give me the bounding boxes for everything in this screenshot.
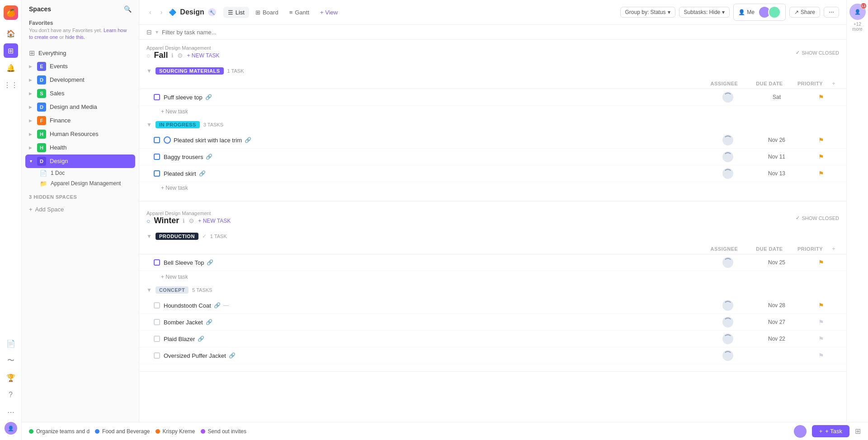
sidebar-item-everything[interactable]: ⊞ Everything	[25, 47, 135, 60]
pleated-lace-link[interactable]: 🔗	[245, 137, 251, 143]
concept-toggle[interactable]: ▼	[146, 287, 152, 293]
puff-checkbox[interactable]	[154, 94, 160, 100]
winter-toggle[interactable]: ○	[146, 217, 150, 225]
sourcing-toggle[interactable]: ▼	[146, 68, 152, 74]
sidebar-item-events-label: Events	[50, 63, 132, 70]
bomber-avatar	[722, 317, 733, 328]
group-by-button[interactable]: Group by: Status ▾	[620, 7, 675, 18]
me-button[interactable]: 👤 Me	[733, 4, 786, 21]
more-button[interactable]: ⋯	[824, 7, 839, 18]
sidebar-item-sales[interactable]: ▶ S Sales	[25, 87, 135, 100]
nav-home[interactable]: 🏠	[4, 26, 18, 41]
sidebar-item-development[interactable]: ▶ D Development	[25, 73, 135, 87]
sidebar-item-finance-label: Finance	[50, 117, 132, 124]
favorites-hide-link[interactable]: hide this.	[65, 34, 85, 40]
nav-notifications[interactable]: 🔔	[4, 61, 18, 75]
group-by-chevron: ▾	[668, 9, 670, 15]
plaid-checkbox[interactable]	[154, 336, 160, 342]
tab-list[interactable]: ☰ List	[223, 7, 249, 18]
tab-add-view[interactable]: + View	[316, 7, 342, 18]
right-avatar[interactable]: 👤 13	[849, 4, 866, 20]
favorites-description: You don't have any Favorites yet. Learn …	[29, 27, 132, 41]
pleated-flag: ⚑	[818, 170, 824, 177]
fin-icon: F	[37, 116, 46, 125]
pleated-link[interactable]: 🔗	[199, 170, 206, 177]
oversized-checkbox[interactable]	[154, 352, 160, 359]
spaces-search-icon[interactable]: 🔍	[124, 5, 132, 13]
nav-grid[interactable]: ⋮⋮	[4, 78, 18, 92]
puff-link-icon[interactable]: 🔗	[205, 94, 212, 100]
inprogress-new-task[interactable]: + New task	[139, 182, 846, 194]
fall-show-closed[interactable]: ✓ SHOW CLOSED	[796, 50, 839, 56]
sidebar-item-events[interactable]: ▶ E Events	[25, 60, 135, 73]
fall-settings-icon[interactable]: ⚙	[177, 52, 183, 59]
spaces-title: Spaces	[29, 5, 51, 13]
sidebar-item-design-media[interactable]: ▶ D Design and Media	[25, 100, 135, 114]
nav-help[interactable]: ?	[4, 388, 18, 402]
user-avatar-sidebar[interactable]: 👤	[5, 422, 17, 435]
task-bell-sleeve[interactable]: Bell Sleeve Top 🔗 Nov 25 ⚑	[139, 254, 846, 271]
bomber-link[interactable]: 🔗	[206, 319, 212, 325]
sidebar-item-health[interactable]: ▶ H Health	[25, 141, 135, 154]
sourcing-new-task[interactable]: + New task	[139, 106, 846, 117]
filter-arrow: ▾	[156, 29, 158, 35]
nav-more[interactable]: ⋯	[4, 405, 18, 419]
nav-pulse[interactable]: 〜	[4, 353, 18, 368]
production-new-task[interactable]: + New task	[139, 271, 846, 283]
plaid-link[interactable]: 🔗	[198, 336, 204, 342]
col-add-2[interactable]: +	[828, 245, 839, 252]
fall-toggle[interactable]: ○	[146, 52, 150, 59]
sidebar-item-finance[interactable]: ▶ F Finance	[25, 114, 135, 127]
add-space-button[interactable]: + Add Space	[22, 203, 139, 215]
nav-back[interactable]: ‹	[146, 8, 154, 17]
sidebar-item-hr[interactable]: ▶ H Human Resources	[25, 127, 135, 141]
filter-input[interactable]	[162, 29, 839, 36]
bell-link[interactable]: 🔗	[207, 259, 213, 266]
subtasks-button[interactable]: Subtasks: Hide ▾	[679, 7, 730, 18]
baggy-link[interactable]: 🔗	[206, 154, 212, 160]
new-task-button[interactable]: + + Task	[812, 425, 846, 437]
winter-settings-icon[interactable]: ⚙	[189, 217, 194, 225]
sidebar-sub-doc[interactable]: 📄 1 Doc	[25, 168, 135, 178]
task-puff-sleeve[interactable]: Puff sleeve top 🔗 Sat ⚑	[139, 89, 846, 106]
baggy-checkbox[interactable]	[154, 154, 160, 160]
task-baggy[interactable]: Baggy trousers 🔗 Nov 11 ⚑	[139, 149, 846, 165]
nav-spaces[interactable]: ⊞	[4, 43, 18, 58]
houndstooth-link[interactable]: 🔗	[214, 302, 221, 309]
col-add-1[interactable]: +	[828, 80, 839, 87]
houndstooth-checkbox[interactable]	[154, 302, 160, 309]
nav-goals[interactable]: 🏆	[4, 370, 18, 385]
pleated-checkbox[interactable]	[154, 170, 160, 177]
pleated-lace-checkbox[interactable]	[154, 137, 160, 143]
bell-checkbox[interactable]	[154, 259, 160, 266]
sidebar-sub-apparel[interactable]: 📁 Apparel Design Management	[25, 178, 135, 189]
bell-priority: ⚑	[803, 259, 839, 266]
fall-new-task[interactable]: + NEW TASK	[187, 52, 219, 59]
production-check: ✓	[202, 233, 207, 239]
winter-new-task[interactable]: + NEW TASK	[198, 218, 231, 224]
production-toggle[interactable]: ▼	[146, 233, 152, 239]
task-bomber[interactable]: Bomber Jacket 🔗 Nov 27 ⚑	[139, 314, 846, 331]
tab-gantt[interactable]: ≡ Gantt	[285, 7, 314, 18]
sidebar-item-design[interactable]: ▼ D Design	[25, 154, 135, 168]
app-logo[interactable]: 🍊	[4, 5, 18, 20]
task-plaid[interactable]: Plaid Blazer 🔗 Nov 22 ⚑	[139, 331, 846, 347]
fall-info-icon[interactable]: ℹ	[171, 52, 174, 59]
share-button[interactable]: ↗ Share	[789, 7, 820, 18]
task-pleated-lace[interactable]: Pleated skirt with lace trim 🔗 Nov 26 ⚑	[139, 132, 846, 149]
tab-board[interactable]: ⊞ Board	[251, 7, 283, 18]
task-houndstooth[interactable]: Houndstooth Coat 🔗 — Nov 28 ⚑	[139, 297, 846, 314]
bomber-checkbox[interactable]	[154, 319, 160, 325]
nav-forward[interactable]: ›	[158, 8, 165, 17]
nav-docs[interactable]: 📄	[4, 336, 18, 351]
winter-info-icon[interactable]: ℹ	[183, 218, 185, 224]
task-pleated[interactable]: Pleated skirt 🔗 Nov 13 ⚑	[139, 165, 846, 182]
oversized-link[interactable]: 🔗	[229, 352, 236, 359]
bottom-user-avatar[interactable]	[794, 425, 807, 438]
dm-chevron: ▶	[29, 105, 33, 109]
task-oversized[interactable]: Oversized Puffer Jacket 🔗 ⚑	[139, 347, 846, 364]
share-icon: ↗	[794, 9, 799, 15]
plaid-task-name: Plaid Blazer 🔗	[164, 336, 702, 342]
inprogress-toggle[interactable]: ▼	[146, 122, 152, 128]
winter-show-closed[interactable]: ✓ SHOW CLOSED	[796, 215, 839, 221]
